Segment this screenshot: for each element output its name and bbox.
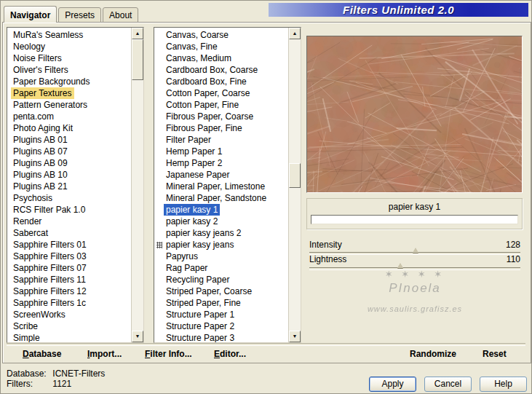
category-scrollbar[interactable]: ▲ ▼ [131,28,143,342]
filters-unlimited-dialog: Filters Unlimited 2.0 Navigator Presets … [0,0,532,394]
category-item[interactable]: MuRa's Seamless [7,29,132,41]
scroll-down-icon[interactable]: ▼ [289,331,301,342]
category-item[interactable]: Psychosis [7,192,132,204]
filter-item[interactable]: Striped Paper, Coarse [154,285,289,297]
list-item-label: Pattern Generators [11,99,90,111]
filter-item[interactable]: Structure Paper 2 [154,320,289,332]
apply-button[interactable]: Apply [369,377,416,392]
filter-item[interactable]: Canvas, Coarse [154,29,289,41]
filter-item[interactable]: Mineral Paper, Limestone [154,181,289,192]
scroll-up-icon[interactable]: ▲ [132,28,143,39]
category-item[interactable]: Sapphire Filters 01 [7,239,132,251]
filter-item[interactable]: Mineral Paper, Sandstone [154,192,289,204]
filter-item[interactable]: Cardboard Box, Coarse [154,64,289,76]
category-item[interactable]: Photo Aging Kit [7,122,132,134]
tab-navigator[interactable]: Navigator [4,6,57,23]
category-item[interactable]: Paper Backgrounds [7,76,132,87]
category-item[interactable]: penta.com [7,111,132,122]
category-item[interactable]: Simple [7,332,132,342]
category-item[interactable]: Paper Textures [7,87,132,99]
category-item[interactable]: Sapphire Filters 11 [7,274,132,285]
list-item-label: Plugins AB 21 [11,181,70,192]
window-title: Filters Unlimited 2.0 [343,4,454,16]
category-item[interactable]: Sapphire Filters 12 [7,285,132,297]
filter-item[interactable]: Fibrous Paper, Fine [154,122,289,134]
list-item-label: Fibrous Paper, Fine [164,122,245,134]
filter-item[interactable]: Canvas, Medium [154,52,289,64]
tab-presets[interactable]: Presets [58,7,101,23]
filter-item[interactable]: papier kasy 2 [154,216,289,227]
intensity-slider-thumb[interactable] [413,248,418,253]
category-item[interactable]: ScreenWorks [7,309,132,320]
filter-item[interactable]: Cotton Paper, Coarse [154,87,289,99]
filter-item[interactable]: Filter Paper [154,134,289,146]
category-item[interactable]: RCS Filter Pak 1.0 [7,204,132,216]
category-item[interactable]: Plugins AB 01 [7,134,132,146]
filter-item[interactable]: Cardboard Box, Fine [154,76,289,87]
list-item-label: Plugins AB 01 [11,134,70,146]
filter-item[interactable]: Papyrus [154,251,289,262]
category-item[interactable]: Sapphire Filters 07 [7,262,132,274]
reset-button[interactable]: Reset [483,349,507,359]
database-button[interactable]: Database [23,349,61,359]
list-item-label: Recycling Paper [164,274,231,285]
lightness-slider-track[interactable] [309,267,520,270]
category-item[interactable]: Scribe [7,320,132,332]
filter-listbox: Canvas, CoarseCanvas, FineCanvas, Medium… [154,27,301,343]
filter-item[interactable]: Cotton Paper, Fine [154,99,289,111]
list-item-label: Sapphire Filters 12 [11,285,89,297]
filter-item[interactable]: Structure Paper 1 [154,309,289,320]
editor-button[interactable]: Editor... [214,349,246,359]
filter-info-button[interactable]: Filter Info... [145,349,192,359]
category-scroll-thumb[interactable] [132,39,143,80]
filter-item[interactable]: Hemp Paper 1 [154,146,289,157]
category-item[interactable]: Plugins AB 21 [7,181,132,192]
filter-item[interactable]: Striped Paper, Fine [154,297,289,309]
filter-item[interactable]: papier kasy jeans [154,239,289,251]
randomize-button[interactable]: Randomize [410,349,456,359]
list-item-label: Structure Paper 2 [164,320,237,332]
filter-item[interactable]: papier kasy jeans 2 [154,227,289,239]
list-item-label: Canvas, Fine [164,41,220,52]
filter-item[interactable]: Structure Paper 3 [154,332,289,342]
list-item-label: Fibrous Paper, Coarse [164,111,255,122]
filter-scroll-thumb[interactable] [289,163,301,188]
category-item[interactable]: Render [7,216,132,227]
filter-scrollbar[interactable]: ▲ ▼ [288,28,301,342]
list-item-label: Neology [11,41,47,52]
scroll-up-icon[interactable]: ▲ [289,28,301,39]
filter-item[interactable]: Fibrous Paper, Coarse [154,111,289,122]
lightness-slider-thumb[interactable] [397,263,403,268]
list-item-label: Simple [11,332,42,342]
tab-about[interactable]: About [103,7,138,23]
category-item[interactable]: Neology [7,41,132,52]
category-item[interactable]: Sapphire Filters 03 [7,251,132,262]
import-button[interactable]: Import... [87,349,122,359]
category-item[interactable]: Sabercat [7,227,132,239]
status-database: Database: ICNET-Filters [7,369,105,379]
list-item-label: Cardboard Box, Coarse [164,64,260,76]
list-item-label: Paper Textures [11,87,74,99]
filter-item[interactable]: Hemp Paper 2 [154,157,289,169]
category-item[interactable]: Plugins AB 07 [7,146,132,157]
category-item[interactable]: Oliver's Filters [7,64,132,76]
filter-item[interactable]: Rag Paper [154,262,289,274]
category-item[interactable]: Sapphire Filters 1c [7,297,132,309]
category-item[interactable]: Plugins AB 10 [7,169,132,181]
help-button[interactable]: Help [480,377,527,392]
scroll-down-icon[interactable]: ▼ [132,331,143,342]
filter-item[interactable]: Japanese Paper [154,169,289,181]
status-filters: Filters: 1121 [7,379,71,389]
preview-caption-group: papier kasy 1 [306,198,523,229]
category-item[interactable]: Pattern Generators [7,99,132,111]
list-item-label: Canvas, Coarse [164,29,231,41]
cancel-button[interactable]: Cancel [424,377,472,392]
list-item-label: Striped Paper, Coarse [164,285,254,297]
list-item-label: ScreenWorks [11,309,68,320]
filter-item[interactable]: papier kasy 1 [154,204,289,216]
filter-item[interactable]: Recycling Paper [154,274,289,285]
category-item[interactable]: Plugins AB 09 [7,157,132,169]
preview-frame [306,36,523,193]
filter-item[interactable]: Canvas, Fine [154,41,289,52]
category-item[interactable]: Noise Filters [7,52,132,64]
